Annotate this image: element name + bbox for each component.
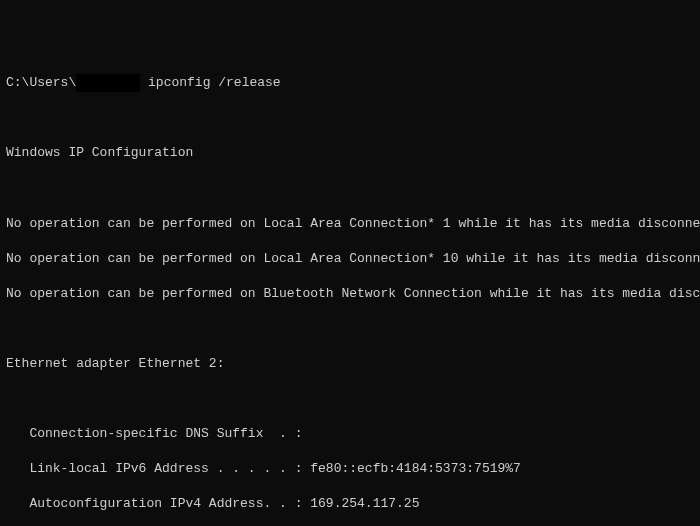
- blank-line: [6, 390, 694, 408]
- ipconfig-header: Windows IP Configuration: [6, 144, 694, 162]
- adapter-section-title: Ethernet adapter Ethernet 2:: [6, 355, 694, 373]
- redacted-username: xxxxxxx: [76, 74, 140, 92]
- adapter-row-label: Link-local IPv6 Address . . . . . :: [6, 460, 310, 478]
- blank-line: [6, 179, 694, 197]
- blank-line: [6, 320, 694, 338]
- warning-message: No operation can be performed on Local A…: [6, 250, 694, 268]
- adapter-row-value: 169.254.117.25: [310, 495, 419, 513]
- adapter-row-value: fe80::ecfb:4184:5373:7519%7: [310, 460, 521, 478]
- adapter-row: Link-local IPv6 Address . . . . . : fe80…: [6, 460, 694, 478]
- adapter-row-label: Autoconfiguration IPv4 Address. . :: [6, 495, 310, 513]
- command-prompt-line: C:\Users\xxxxxxx ipconfig /release: [6, 74, 694, 92]
- warning-message: No operation can be performed on Bluetoo…: [6, 285, 694, 303]
- warning-message: No operation can be performed on Local A…: [6, 215, 694, 233]
- prompt-prefix: C:\Users\: [6, 74, 76, 92]
- command-text: ipconfig /release: [148, 74, 281, 92]
- adapter-row: Autoconfiguration IPv4 Address. . : 169.…: [6, 495, 694, 513]
- adapter-row-label: Connection-specific DNS Suffix . :: [6, 425, 302, 443]
- blank-line: [6, 109, 694, 127]
- prompt-separator: [140, 74, 148, 92]
- adapter-row: Connection-specific DNS Suffix . :: [6, 425, 694, 443]
